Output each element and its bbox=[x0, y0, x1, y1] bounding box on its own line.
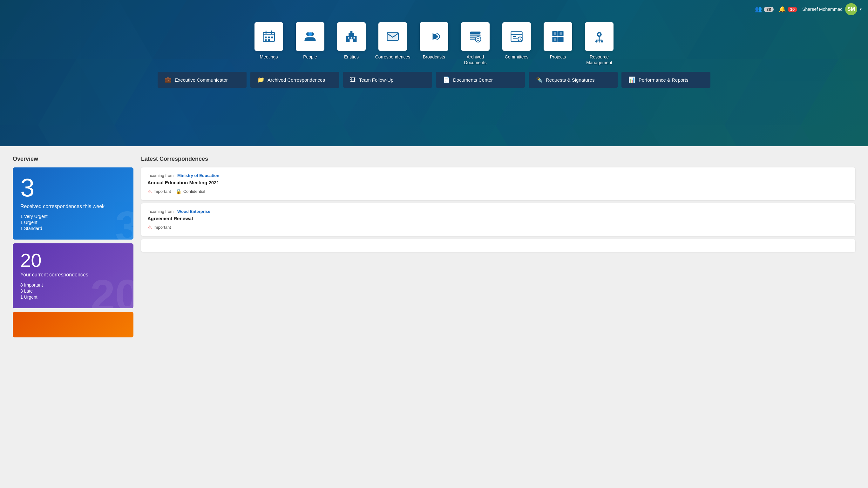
svg-rect-57 bbox=[350, 39, 353, 42]
svg-rect-61 bbox=[470, 34, 481, 36]
svg-rect-78 bbox=[554, 32, 556, 35]
hero-section: Meetings People bbox=[0, 0, 868, 146]
correspondence-3-placeholder bbox=[141, 239, 855, 252]
svg-rect-43 bbox=[265, 36, 267, 38]
svg-rect-80 bbox=[554, 38, 556, 41]
overview-cards: 3 Received correspondences this week 1 V… bbox=[13, 167, 133, 337]
received-number: 3 bbox=[20, 175, 126, 201]
svg-point-82 bbox=[598, 33, 600, 36]
correspondences-list: Incoming from Ministry of Education Annu… bbox=[141, 167, 855, 252]
nav-item-meetings[interactable]: Meetings bbox=[250, 22, 288, 60]
svg-point-50 bbox=[309, 32, 312, 36]
correspondences-label: Correspondences bbox=[375, 54, 410, 60]
entities-icon-box bbox=[337, 22, 366, 51]
requests-signatures-label: Requests & Signatures bbox=[546, 77, 594, 83]
corr-1-from-label: Incoming from Ministry of Education bbox=[148, 173, 849, 178]
current-number: 20 bbox=[20, 251, 126, 270]
quick-access-buttons: 💼 Executive Communicator 📁 Archived Corr… bbox=[0, 72, 868, 88]
meetings-icon-box bbox=[254, 22, 283, 51]
stat-standard: 1 Standard bbox=[20, 226, 126, 231]
correspondence-2[interactable]: Incoming from Wood Enterprise Agreement … bbox=[141, 203, 855, 236]
orange-card bbox=[13, 312, 133, 337]
corr-1-from-entity[interactable]: Ministry of Education bbox=[177, 173, 219, 178]
svg-rect-60 bbox=[470, 32, 481, 34]
nav-item-projects[interactable]: Projects bbox=[539, 22, 577, 60]
team-follow-up-label: Team Follow-Up bbox=[359, 77, 393, 83]
nav-item-archived-documents[interactable]: ⏱ Archived Documents bbox=[456, 22, 494, 65]
executive-communicator-label: Executive Communicator bbox=[175, 77, 228, 83]
svg-rect-53 bbox=[350, 31, 353, 34]
archived-correspondences-button[interactable]: 📁 Archived Correspondences bbox=[250, 72, 339, 88]
projects-label: Projects bbox=[550, 54, 566, 60]
important-label-2: Important bbox=[153, 225, 171, 230]
people-nav-icon bbox=[303, 30, 317, 43]
requests-signatures-icon: ✒️ bbox=[536, 76, 542, 83]
meetings-label: Meetings bbox=[260, 54, 278, 60]
nav-item-correspondences[interactable]: Correspondences bbox=[374, 22, 412, 60]
received-description: Received correspondences this week bbox=[20, 203, 126, 210]
corr-2-from-entity[interactable]: Wood Enterprise bbox=[177, 209, 210, 214]
requests-signatures-button[interactable]: ✒️ Requests & Signatures bbox=[529, 72, 618, 88]
people-icon-box bbox=[296, 22, 324, 51]
overview-title: Overview bbox=[13, 156, 133, 162]
confidential-label: Confidential bbox=[183, 189, 205, 194]
documents-center-label: Documents Center bbox=[453, 77, 493, 83]
current-correspondences-card: 20 Your current correspondences 8 Import… bbox=[13, 243, 133, 308]
stat-late: 3 Late bbox=[20, 288, 126, 294]
confidential-icon: 🔒 bbox=[175, 188, 182, 194]
meetings-icon bbox=[262, 30, 276, 43]
chevron-down-icon: ▾ bbox=[860, 7, 862, 11]
projects-icon bbox=[551, 30, 565, 43]
team-follow-up-button[interactable]: 🖼 Team Follow-Up bbox=[343, 72, 432, 88]
svg-rect-47 bbox=[268, 39, 270, 41]
correspondences-icon-box bbox=[378, 22, 407, 51]
documents-center-button[interactable]: 📄 Documents Center bbox=[436, 72, 525, 88]
nav-item-resource-management[interactable]: Resource Management bbox=[580, 22, 618, 65]
nav-item-people[interactable]: People bbox=[291, 22, 329, 60]
committees-label: Committees bbox=[505, 54, 529, 60]
user-profile[interactable]: Shareef Mohammad SM ▾ bbox=[802, 3, 862, 15]
svg-rect-56 bbox=[353, 37, 355, 38]
stat-urgent-2: 1 Urgent bbox=[20, 295, 126, 300]
people-icon: 👥 bbox=[755, 6, 762, 13]
current-description: Your current correspondences bbox=[20, 271, 126, 278]
svg-rect-44 bbox=[268, 36, 270, 38]
archived-documents-label: Archived Documents bbox=[464, 54, 487, 65]
stat-very-urgent: 1 Very Urgent bbox=[20, 214, 126, 219]
broadcasts-icon-box bbox=[420, 22, 448, 51]
nav-item-committees[interactable]: Committees bbox=[498, 22, 536, 60]
bell-icon: 🔔 bbox=[779, 6, 786, 13]
correspondence-1[interactable]: Incoming from Ministry of Education Annu… bbox=[141, 167, 855, 200]
archived-correspondences-label: Archived Correspondences bbox=[268, 77, 325, 83]
svg-rect-77 bbox=[558, 37, 564, 42]
archived-correspondences-icon: 📁 bbox=[257, 76, 264, 83]
performance-reports-button[interactable]: 📊 Performance & Reports bbox=[621, 72, 710, 88]
received-stats: 1 Very Urgent 1 Urgent 1 Standard bbox=[20, 214, 126, 231]
svg-point-85 bbox=[595, 40, 598, 42]
nav-item-entities[interactable]: Entities bbox=[332, 22, 370, 60]
overview-panel: Overview 3 Received correspondences this… bbox=[13, 156, 133, 479]
broadcasts-icon bbox=[427, 30, 441, 43]
svg-rect-69 bbox=[513, 38, 518, 38]
nav-item-broadcasts[interactable]: Broadcasts bbox=[415, 22, 453, 60]
people-count: 38 bbox=[764, 7, 773, 12]
corr-1-title: Annual Education Meeting 2021 bbox=[148, 180, 849, 185]
corr-1-important-badge: ⚠ Important bbox=[148, 188, 171, 194]
svg-rect-70 bbox=[513, 40, 516, 40]
corr-2-from-label: Incoming from Wood Enterprise bbox=[148, 209, 849, 214]
people-badge[interactable]: 👥 38 bbox=[755, 6, 773, 13]
performance-reports-label: Performance & Reports bbox=[639, 77, 688, 83]
important-label: Important bbox=[153, 189, 171, 194]
notifications-badge[interactable]: 🔔 10 bbox=[779, 6, 797, 13]
svg-rect-55 bbox=[351, 37, 352, 38]
resource-management-icon bbox=[592, 30, 606, 43]
user-name: Shareef Mohammad bbox=[802, 7, 843, 12]
svg-rect-46 bbox=[265, 39, 267, 41]
corr-1-confidential-badge: 🔒 Confidential bbox=[175, 188, 205, 194]
executive-communicator-button[interactable]: 💼 Executive Communicator bbox=[158, 72, 247, 88]
corr-2-important-badge: ⚠ Important bbox=[148, 224, 171, 230]
notifications-count: 10 bbox=[787, 7, 797, 12]
performance-reports-icon: 📊 bbox=[628, 76, 636, 83]
received-correspondences-card: 3 Received correspondences this week 1 V… bbox=[13, 167, 133, 240]
stat-important: 8 Important bbox=[20, 282, 126, 287]
